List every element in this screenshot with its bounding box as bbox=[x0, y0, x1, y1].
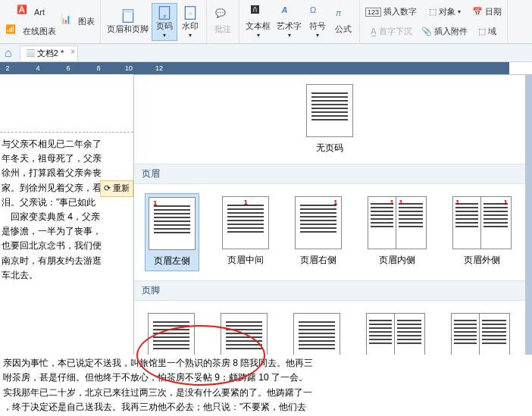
document-line: 亲因为事忙，本已说定不送我，叫旅馆里一个熟识的茶房 8 陪我同去。他再三 bbox=[3, 356, 529, 371]
online-chart-button[interactable]: 📶在线图表 bbox=[3, 22, 58, 42]
close-tab-icon[interactable]: × bbox=[70, 48, 75, 56]
document-line: 泪。父亲说："事已如此 bbox=[0, 195, 133, 210]
art-icon: 🅰️ bbox=[17, 5, 32, 20]
document-line: 是惨澹，一半为了丧事， bbox=[0, 224, 133, 239]
document-line: 也要回北京念书，我们便 bbox=[0, 239, 133, 253]
field-button[interactable]: ⬚域 bbox=[470, 22, 504, 42]
option-label: 页眉外侧 bbox=[464, 254, 500, 267]
wordart-icon: A bbox=[282, 5, 297, 20]
online-chart-icon: 📶 bbox=[5, 24, 20, 39]
watermark-button[interactable]: a 水印▾ bbox=[177, 4, 203, 40]
textbox-button[interactable]: 🅰文本框▾ bbox=[243, 4, 274, 40]
header-footer-button[interactable]: 页眉和页脚 bbox=[104, 7, 152, 36]
header-right-option[interactable]: 1页眉右侧 bbox=[292, 193, 345, 271]
wordart-button[interactable]: A艺术字▾ bbox=[274, 4, 305, 40]
object-icon: ⬚ bbox=[429, 7, 437, 17]
dropcap-button[interactable]: A̲首字下沉 bbox=[363, 22, 419, 42]
relayout-badge[interactable]: ⟳重新 bbox=[100, 180, 133, 197]
date-button[interactable]: 📅日期 bbox=[470, 2, 504, 22]
footer-section-label: 页脚 bbox=[134, 280, 525, 301]
document-line: 与父亲不相见已二年余了 bbox=[0, 137, 133, 152]
doc-icon: ▤ bbox=[27, 48, 35, 58]
chart-icon: 📊 bbox=[61, 14, 76, 30]
formula-button[interactable]: π公式 bbox=[330, 7, 356, 36]
svg-text:#: # bbox=[163, 13, 166, 18]
header-center-option[interactable]: 1页眉中间 bbox=[219, 193, 272, 271]
document-tab[interactable]: ▤ 文档2 * × bbox=[20, 45, 79, 61]
document-line: 年冬天，祖母死了，父亲 bbox=[0, 152, 133, 166]
attachment-icon: 📎 bbox=[421, 27, 432, 36]
textbox-icon: 🅰 bbox=[251, 5, 266, 20]
insert-number-button[interactable]: 123插入数字 bbox=[363, 2, 419, 22]
number-icon: 123 bbox=[365, 8, 381, 17]
watermark-icon: a bbox=[183, 5, 198, 20]
page-number-icon: # bbox=[157, 5, 172, 20]
dropcap-icon: A̲ bbox=[371, 27, 377, 36]
document-line: 咐茶房，甚是仔细。但他终于不放心，怕茶房不妥帖 9；颇踌躇 10 了一会。 bbox=[3, 371, 529, 385]
header-section-label: 页眉 bbox=[134, 164, 525, 184]
home-icon[interactable]: ⌂ bbox=[0, 46, 17, 60]
ribbon-toolbar: 🅰️Art 📶在线图表 📊图表 页眉和页脚 # 页码▾ a 水印▾ 💬 批注 🅰… bbox=[0, 0, 532, 44]
art-button[interactable]: 🅰️Art bbox=[3, 2, 58, 22]
symbol-icon: Ω bbox=[310, 5, 325, 20]
document-line: ，终于决定还是自己送我去。我再三劝他不必去；他只说："不要紧，他们去 bbox=[3, 400, 529, 414]
formula-icon: π bbox=[336, 8, 351, 23]
option-label: 页眉内侧 bbox=[379, 254, 415, 267]
document-body-continued[interactable]: 亲因为事忙，本已说定不送我，叫旅馆里一个熟识的茶房 8 陪我同去。他再三咐茶房，… bbox=[0, 355, 532, 416]
option-label: 页眉右侧 bbox=[300, 254, 336, 267]
option-label: 页眉左侧 bbox=[154, 255, 190, 267]
document-line: 南京时，有朋友约去游逛 bbox=[0, 254, 133, 268]
horizontal-ruler[interactable]: 24681012 bbox=[0, 62, 532, 74]
svg-rect-1 bbox=[123, 10, 133, 13]
header-inside-option[interactable]: 11页眉内侧 bbox=[365, 193, 430, 271]
document-line: 回家变卖典质 4，父亲 bbox=[0, 210, 133, 224]
chart-button[interactable]: 📊图表 bbox=[58, 12, 97, 32]
relayout-icon: ⟳ bbox=[104, 182, 111, 195]
page-number-button[interactable]: # 页码▾ bbox=[152, 3, 177, 41]
document-line: 徐州，打算跟着父亲奔丧 bbox=[0, 166, 133, 180]
header-footer-icon bbox=[120, 8, 136, 23]
date-icon: 📅 bbox=[472, 7, 483, 17]
header-left-option[interactable]: 1页眉左侧 bbox=[145, 193, 199, 271]
document-tabbar: ⌂ ▤ 文档2 * × bbox=[0, 44, 532, 62]
attachment-button[interactable]: 📎插入附件 bbox=[419, 22, 470, 42]
comment-button[interactable]: 💬 批注 bbox=[210, 7, 236, 36]
no-page-number-option[interactable]: 无页码 bbox=[303, 81, 356, 158]
document-line: 实我那年已二十岁，北京已来往过两三次，是没有什么要紧的了。他踌躇了一 bbox=[3, 386, 529, 400]
header-outside-option[interactable]: 11页眉外侧 bbox=[449, 193, 515, 271]
object-button[interactable]: ⬚对象▾ bbox=[419, 2, 470, 22]
field-icon: ⬚ bbox=[478, 27, 486, 36]
symbol-button[interactable]: Ω符号▾ bbox=[305, 4, 330, 40]
option-label: 页眉中间 bbox=[227, 254, 264, 267]
document-line: 车北去。 bbox=[0, 268, 133, 283]
svg-text:a: a bbox=[189, 9, 192, 16]
comment-icon: 💬 bbox=[215, 8, 230, 23]
